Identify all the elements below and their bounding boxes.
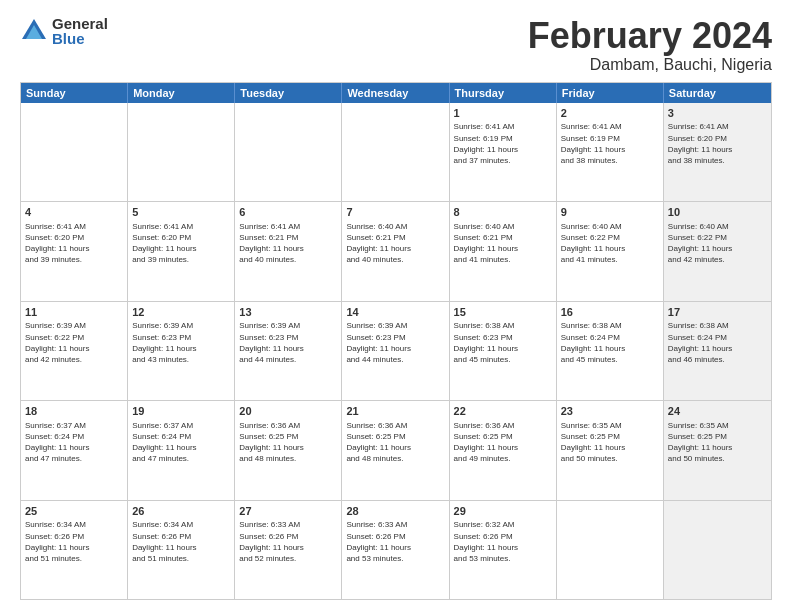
calendar-cell: 18Sunrise: 6:37 AM Sunset: 6:24 PM Dayli… bbox=[21, 401, 128, 499]
day-info: Sunrise: 6:41 AM Sunset: 6:20 PM Dayligh… bbox=[25, 221, 123, 266]
day-number: 21 bbox=[346, 404, 444, 419]
day-info: Sunrise: 6:39 AM Sunset: 6:22 PM Dayligh… bbox=[25, 320, 123, 365]
calendar: SundayMondayTuesdayWednesdayThursdayFrid… bbox=[20, 82, 772, 600]
day-number: 10 bbox=[668, 205, 767, 220]
calendar-header: SundayMondayTuesdayWednesdayThursdayFrid… bbox=[21, 83, 771, 103]
calendar-cell bbox=[557, 501, 664, 599]
location: Dambam, Bauchi, Nigeria bbox=[528, 56, 772, 74]
day-number: 28 bbox=[346, 504, 444, 519]
calendar-cell: 11Sunrise: 6:39 AM Sunset: 6:22 PM Dayli… bbox=[21, 302, 128, 400]
day-info: Sunrise: 6:39 AM Sunset: 6:23 PM Dayligh… bbox=[132, 320, 230, 365]
calendar-cell: 6Sunrise: 6:41 AM Sunset: 6:21 PM Daylig… bbox=[235, 202, 342, 300]
day-number: 8 bbox=[454, 205, 552, 220]
logo-icon bbox=[20, 17, 48, 45]
day-number: 25 bbox=[25, 504, 123, 519]
calendar-cell: 12Sunrise: 6:39 AM Sunset: 6:23 PM Dayli… bbox=[128, 302, 235, 400]
header: General Blue February 2024 Dambam, Bauch… bbox=[20, 16, 772, 74]
day-number: 15 bbox=[454, 305, 552, 320]
day-info: Sunrise: 6:33 AM Sunset: 6:26 PM Dayligh… bbox=[239, 519, 337, 564]
day-number: 19 bbox=[132, 404, 230, 419]
day-number: 4 bbox=[25, 205, 123, 220]
calendar-row-2: 4Sunrise: 6:41 AM Sunset: 6:20 PM Daylig… bbox=[21, 202, 771, 301]
day-number: 13 bbox=[239, 305, 337, 320]
day-info: Sunrise: 6:40 AM Sunset: 6:21 PM Dayligh… bbox=[346, 221, 444, 266]
calendar-cell: 13Sunrise: 6:39 AM Sunset: 6:23 PM Dayli… bbox=[235, 302, 342, 400]
day-info: Sunrise: 6:37 AM Sunset: 6:24 PM Dayligh… bbox=[25, 420, 123, 465]
header-day-thursday: Thursday bbox=[450, 83, 557, 103]
calendar-cell: 25Sunrise: 6:34 AM Sunset: 6:26 PM Dayli… bbox=[21, 501, 128, 599]
day-info: Sunrise: 6:36 AM Sunset: 6:25 PM Dayligh… bbox=[346, 420, 444, 465]
calendar-cell: 8Sunrise: 6:40 AM Sunset: 6:21 PM Daylig… bbox=[450, 202, 557, 300]
day-info: Sunrise: 6:35 AM Sunset: 6:25 PM Dayligh… bbox=[561, 420, 659, 465]
day-number: 26 bbox=[132, 504, 230, 519]
calendar-cell: 5Sunrise: 6:41 AM Sunset: 6:20 PM Daylig… bbox=[128, 202, 235, 300]
calendar-cell: 21Sunrise: 6:36 AM Sunset: 6:25 PM Dayli… bbox=[342, 401, 449, 499]
calendar-cell: 9Sunrise: 6:40 AM Sunset: 6:22 PM Daylig… bbox=[557, 202, 664, 300]
day-number: 27 bbox=[239, 504, 337, 519]
day-info: Sunrise: 6:41 AM Sunset: 6:20 PM Dayligh… bbox=[132, 221, 230, 266]
calendar-row-5: 25Sunrise: 6:34 AM Sunset: 6:26 PM Dayli… bbox=[21, 501, 771, 599]
calendar-body: 1Sunrise: 6:41 AM Sunset: 6:19 PM Daylig… bbox=[21, 103, 771, 599]
calendar-cell: 26Sunrise: 6:34 AM Sunset: 6:26 PM Dayli… bbox=[128, 501, 235, 599]
header-day-friday: Friday bbox=[557, 83, 664, 103]
day-info: Sunrise: 6:41 AM Sunset: 6:19 PM Dayligh… bbox=[454, 121, 552, 166]
page: General Blue February 2024 Dambam, Bauch… bbox=[0, 0, 792, 612]
calendar-cell: 14Sunrise: 6:39 AM Sunset: 6:23 PM Dayli… bbox=[342, 302, 449, 400]
calendar-cell: 23Sunrise: 6:35 AM Sunset: 6:25 PM Dayli… bbox=[557, 401, 664, 499]
calendar-cell: 19Sunrise: 6:37 AM Sunset: 6:24 PM Dayli… bbox=[128, 401, 235, 499]
day-info: Sunrise: 6:41 AM Sunset: 6:21 PM Dayligh… bbox=[239, 221, 337, 266]
day-info: Sunrise: 6:36 AM Sunset: 6:25 PM Dayligh… bbox=[454, 420, 552, 465]
calendar-cell bbox=[235, 103, 342, 201]
day-number: 12 bbox=[132, 305, 230, 320]
calendar-cell: 28Sunrise: 6:33 AM Sunset: 6:26 PM Dayli… bbox=[342, 501, 449, 599]
calendar-cell: 3Sunrise: 6:41 AM Sunset: 6:20 PM Daylig… bbox=[664, 103, 771, 201]
day-info: Sunrise: 6:38 AM Sunset: 6:24 PM Dayligh… bbox=[561, 320, 659, 365]
day-number: 1 bbox=[454, 106, 552, 121]
header-day-sunday: Sunday bbox=[21, 83, 128, 103]
month-title: February 2024 bbox=[528, 16, 772, 56]
calendar-cell: 29Sunrise: 6:32 AM Sunset: 6:26 PM Dayli… bbox=[450, 501, 557, 599]
day-number: 29 bbox=[454, 504, 552, 519]
day-info: Sunrise: 6:34 AM Sunset: 6:26 PM Dayligh… bbox=[132, 519, 230, 564]
day-number: 2 bbox=[561, 106, 659, 121]
day-number: 9 bbox=[561, 205, 659, 220]
logo-blue: Blue bbox=[52, 31, 108, 46]
header-day-tuesday: Tuesday bbox=[235, 83, 342, 103]
header-day-saturday: Saturday bbox=[664, 83, 771, 103]
day-info: Sunrise: 6:36 AM Sunset: 6:25 PM Dayligh… bbox=[239, 420, 337, 465]
calendar-cell: 10Sunrise: 6:40 AM Sunset: 6:22 PM Dayli… bbox=[664, 202, 771, 300]
day-info: Sunrise: 6:40 AM Sunset: 6:22 PM Dayligh… bbox=[668, 221, 767, 266]
day-info: Sunrise: 6:35 AM Sunset: 6:25 PM Dayligh… bbox=[668, 420, 767, 465]
calendar-cell: 2Sunrise: 6:41 AM Sunset: 6:19 PM Daylig… bbox=[557, 103, 664, 201]
day-info: Sunrise: 6:32 AM Sunset: 6:26 PM Dayligh… bbox=[454, 519, 552, 564]
day-number: 23 bbox=[561, 404, 659, 419]
day-number: 22 bbox=[454, 404, 552, 419]
day-number: 7 bbox=[346, 205, 444, 220]
calendar-row-3: 11Sunrise: 6:39 AM Sunset: 6:22 PM Dayli… bbox=[21, 302, 771, 401]
calendar-row-1: 1Sunrise: 6:41 AM Sunset: 6:19 PM Daylig… bbox=[21, 103, 771, 202]
title-block: February 2024 Dambam, Bauchi, Nigeria bbox=[528, 16, 772, 74]
calendar-cell: 20Sunrise: 6:36 AM Sunset: 6:25 PM Dayli… bbox=[235, 401, 342, 499]
day-number: 3 bbox=[668, 106, 767, 121]
day-info: Sunrise: 6:34 AM Sunset: 6:26 PM Dayligh… bbox=[25, 519, 123, 564]
calendar-cell: 17Sunrise: 6:38 AM Sunset: 6:24 PM Dayli… bbox=[664, 302, 771, 400]
day-number: 20 bbox=[239, 404, 337, 419]
calendar-cell: 16Sunrise: 6:38 AM Sunset: 6:24 PM Dayli… bbox=[557, 302, 664, 400]
calendar-cell: 1Sunrise: 6:41 AM Sunset: 6:19 PM Daylig… bbox=[450, 103, 557, 201]
day-info: Sunrise: 6:37 AM Sunset: 6:24 PM Dayligh… bbox=[132, 420, 230, 465]
calendar-cell bbox=[342, 103, 449, 201]
day-number: 14 bbox=[346, 305, 444, 320]
header-day-wednesday: Wednesday bbox=[342, 83, 449, 103]
header-day-monday: Monday bbox=[128, 83, 235, 103]
day-number: 6 bbox=[239, 205, 337, 220]
calendar-cell: 24Sunrise: 6:35 AM Sunset: 6:25 PM Dayli… bbox=[664, 401, 771, 499]
day-info: Sunrise: 6:39 AM Sunset: 6:23 PM Dayligh… bbox=[239, 320, 337, 365]
day-number: 11 bbox=[25, 305, 123, 320]
day-number: 16 bbox=[561, 305, 659, 320]
calendar-row-4: 18Sunrise: 6:37 AM Sunset: 6:24 PM Dayli… bbox=[21, 401, 771, 500]
day-number: 17 bbox=[668, 305, 767, 320]
logo-text: General Blue bbox=[52, 16, 108, 46]
day-info: Sunrise: 6:40 AM Sunset: 6:21 PM Dayligh… bbox=[454, 221, 552, 266]
day-info: Sunrise: 6:41 AM Sunset: 6:19 PM Dayligh… bbox=[561, 121, 659, 166]
day-info: Sunrise: 6:38 AM Sunset: 6:23 PM Dayligh… bbox=[454, 320, 552, 365]
